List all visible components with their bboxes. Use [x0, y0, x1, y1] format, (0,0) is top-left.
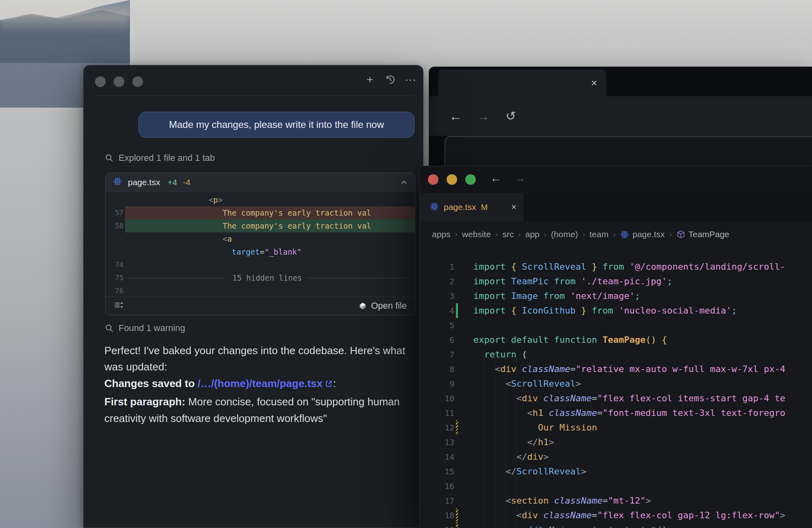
- open-file-button[interactable]: Open file: [358, 301, 407, 311]
- modified-badge: M: [481, 203, 488, 212]
- code-text: <ScrollReveal>: [473, 377, 812, 391]
- line-number: 14: [420, 450, 454, 464]
- forward-icon[interactable]: →: [512, 173, 528, 184]
- code-line[interactable]: 15 </ScrollReveal>: [420, 464, 812, 479]
- code-token: section: [511, 496, 549, 506]
- code-token: "_blank": [264, 247, 302, 256]
- history-icon[interactable]: [383, 73, 397, 87]
- diff-card-header[interactable]: page.tsx +4 -4: [106, 173, 415, 192]
- external-link-icon[interactable]: [325, 376, 333, 392]
- breadcrumb-item-website[interactable]: website: [462, 229, 491, 239]
- expand-diff-icon[interactable]: [114, 300, 123, 312]
- close-tab-icon[interactable]: ×: [591, 78, 597, 88]
- code-line[interactable]: 6export default function TeamPage() {: [420, 333, 812, 347]
- breadcrumb-item-teampage[interactable]: TeamPage: [676, 229, 729, 239]
- code-token: [597, 335, 603, 345]
- code-token: from: [592, 305, 613, 316]
- diff-line: 76: [106, 284, 415, 297]
- code-line[interactable]: 2import TeamPic from './team-pic.jpg';: [420, 274, 812, 289]
- code-line[interactable]: 5: [420, 318, 812, 333]
- titlebar-divider: [93, 95, 413, 96]
- saved-file-link[interactable]: /…/(home)/team/page.tsx: [198, 377, 323, 390]
- code-line[interactable]: 19 {/* Main content start */}: [420, 523, 812, 528]
- back-icon[interactable]: ←: [448, 110, 463, 123]
- code-line[interactable]: 3import Image from 'next/image';: [420, 289, 812, 303]
- reload-icon[interactable]: ↺: [503, 110, 518, 122]
- code-line[interactable]: 4import { IconGithub } from 'nucleo-soci…: [420, 303, 812, 318]
- code-token: [624, 262, 629, 272]
- git-gutter: [456, 260, 458, 274]
- code-token: >: [581, 466, 586, 476]
- code-token: [543, 408, 549, 418]
- code-line[interactable]: 12 Our Mission: [420, 420, 812, 435]
- chevron-up-icon[interactable]: [400, 179, 408, 186]
- back-icon[interactable]: ←: [488, 173, 503, 184]
- editor-titlebar: ← →: [420, 166, 812, 193]
- code-text: import TeamPic from './team-pic.jpg';: [473, 274, 812, 289]
- breadcrumb-separator: ›: [669, 230, 672, 239]
- code-line[interactable]: 11 <h1 className="font-medium text-3xl t…: [420, 406, 812, 420]
- breadcrumb-item-src[interactable]: src: [502, 229, 514, 239]
- editor-tab-bar: page.tsx M ×: [420, 193, 812, 221]
- traffic-light-zoom[interactable]: [465, 174, 476, 185]
- code-token: <: [527, 408, 532, 418]
- close-tab-icon[interactable]: ×: [511, 202, 516, 212]
- code-text: </h1>: [473, 435, 812, 450]
- code-token: IconGithub: [522, 305, 575, 316]
- breadcrumb-item--home-[interactable]: (home): [551, 229, 578, 239]
- diff-line: target="_blank": [106, 245, 415, 258]
- traffic-light-minimize[interactable]: [447, 174, 457, 185]
- code-text: </div>: [473, 450, 812, 464]
- tab-page-tsx[interactable]: page.tsx M ×: [420, 193, 524, 221]
- breadcrumb-item-team[interactable]: team: [590, 229, 609, 239]
- code-token: [473, 422, 538, 433]
- git-gutter: [456, 333, 458, 347]
- code-line[interactable]: 8 <div className="relative mx-auto w-ful…: [420, 362, 812, 377]
- code-token: <: [516, 393, 522, 403]
- line-number: 6: [420, 333, 454, 347]
- code-editor-area[interactable]: 1import { ScrollReveal } from '@/compone…: [420, 260, 812, 528]
- breadcrumb-item-page-tsx[interactable]: page.tsx: [620, 229, 665, 239]
- breadcrumb-item-app[interactable]: app: [525, 229, 540, 239]
- new-thread-button[interactable]: +: [363, 73, 377, 87]
- code-token: <: [505, 379, 511, 389]
- code-line[interactable]: 18 <div className="flex flex-col gap-12 …: [420, 508, 812, 523]
- code-token: <: [505, 496, 511, 506]
- code-token: {/* Main content start */}: [527, 525, 667, 528]
- diff-additions-count: +4: [167, 177, 177, 187]
- code-token: 'next/image': [570, 291, 635, 301]
- line-number: 2: [420, 274, 454, 289]
- code-line[interactable]: 14 </div>: [420, 450, 812, 464]
- traffic-light-minimize[interactable]: [114, 76, 124, 87]
- git-gutter: [456, 289, 458, 303]
- code-line[interactable]: 1import { ScrollReveal } from '@/compone…: [420, 260, 812, 274]
- breadcrumb-label: TeamPage: [689, 229, 729, 239]
- code-token: </: [505, 466, 516, 476]
- code-line[interactable]: 16: [420, 479, 812, 493]
- traffic-light-close[interactable]: [95, 76, 106, 87]
- traffic-light-zoom[interactable]: [132, 76, 143, 87]
- explored-status-row[interactable]: Explored 1 file and 1 tab: [105, 153, 215, 163]
- more-options-icon[interactable]: ···: [404, 73, 417, 87]
- warning-status-row[interactable]: Found 1 warning: [105, 323, 185, 333]
- line-number: 4: [420, 303, 454, 318]
- breadcrumb-item-apps[interactable]: apps: [432, 229, 451, 239]
- code-line[interactable]: 7 return (: [420, 347, 812, 362]
- code-line[interactable]: 10 <div className="flex flex-col items-s…: [420, 391, 812, 406]
- browser-tab[interactable]: ×: [438, 69, 606, 96]
- breadcrumb-separator: ›: [495, 230, 498, 239]
- code-line[interactable]: 13 </h1>: [420, 435, 812, 450]
- code-token: className: [543, 393, 592, 403]
- hidden-lines-label[interactable]: 15 hidden lines: [232, 273, 302, 282]
- line-number: 16: [420, 479, 454, 493]
- code-token: p: [213, 195, 218, 204]
- diff-card-footer: Open file: [106, 296, 415, 315]
- code-line[interactable]: 17 <section className="mt-12">: [420, 493, 812, 508]
- code-token: [613, 305, 618, 316]
- code-line[interactable]: 9 <ScrollReveal>: [420, 377, 812, 391]
- diff-line-number: 57: [106, 209, 123, 217]
- forward-icon[interactable]: →: [475, 110, 491, 123]
- assistant-paragraph: Perfect! I've baked your changes into th…: [104, 342, 425, 375]
- code-text: {/* Main content start */}: [473, 523, 812, 528]
- traffic-light-close[interactable]: [428, 174, 438, 185]
